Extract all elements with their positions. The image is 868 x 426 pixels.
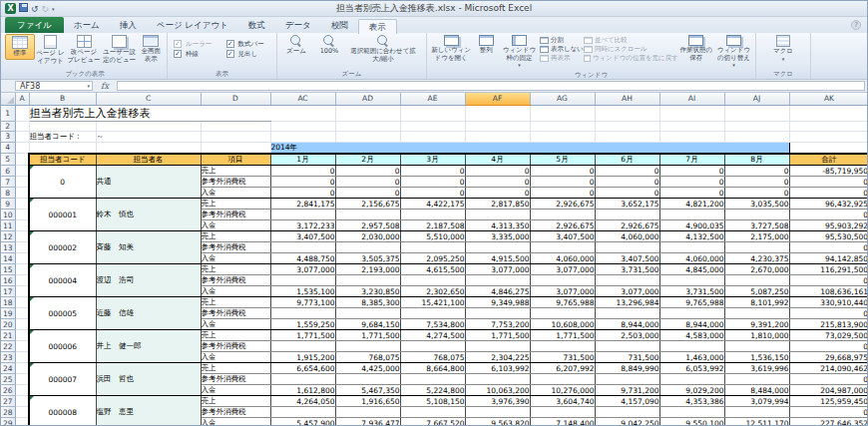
item-label[interactable]: 入金 — [201, 253, 270, 264]
item-label[interactable]: 参考外消費税 — [201, 210, 270, 220]
month-value[interactable]: 0 — [530, 188, 595, 199]
month-value[interactable] — [270, 407, 335, 418]
formula-bar-checkbox[interactable]: ✓ 数式バー — [226, 40, 270, 48]
total-value[interactable]: 0 — [789, 242, 868, 253]
row-header-13[interactable]: 13 — [1, 242, 15, 253]
gridlines-checkbox[interactable]: ✓ 枠線 — [174, 50, 218, 58]
cell[interactable] — [465, 131, 530, 142]
month-value[interactable]: 3,731,500 — [659, 286, 724, 297]
total-value[interactable]: 29,668,975 — [789, 352, 868, 363]
month-value[interactable] — [595, 341, 659, 352]
cell[interactable] — [15, 374, 29, 385]
cell[interactable] — [15, 131, 29, 142]
header-month-5[interactable]: 5月 — [530, 154, 595, 166]
month-value[interactable]: 2,095,250 — [400, 253, 465, 264]
month-value[interactable]: 9,684,150 — [335, 319, 400, 330]
month-value[interactable]: 1,771,500 — [335, 330, 400, 341]
month-value[interactable] — [595, 308, 659, 319]
cell[interactable] — [96, 121, 201, 131]
synchronous-scrolling-button[interactable]: 同時にスクロール — [584, 45, 678, 53]
month-value[interactable] — [400, 275, 465, 286]
month-value[interactable] — [270, 275, 335, 286]
column-header-AJ[interactable]: AJ — [724, 93, 789, 105]
month-value[interactable] — [724, 407, 789, 418]
month-value[interactable]: 2,302,650 — [400, 286, 465, 297]
month-value[interactable]: 3,230,850 — [335, 286, 400, 297]
month-value[interactable] — [400, 242, 465, 253]
redo-icon[interactable]: ↻ — [42, 4, 50, 14]
month-value[interactable] — [724, 374, 789, 385]
month-value[interactable]: 8,849,990 — [595, 363, 659, 374]
cell[interactable] — [15, 319, 29, 330]
month-value[interactable]: 8,484,000 — [724, 385, 789, 396]
month-value[interactable]: 0 — [659, 188, 724, 199]
month-value[interactable]: 2,304,225 — [465, 352, 530, 363]
total-value[interactable]: 0 — [789, 275, 868, 286]
month-value[interactable]: 15,421,100 — [400, 297, 465, 308]
month-value[interactable]: 4,060,000 — [530, 253, 595, 264]
month-value[interactable]: 731,500 — [595, 352, 659, 363]
row-header-23[interactable]: 23 — [1, 352, 15, 363]
staff-code[interactable]: 000007 — [29, 363, 96, 396]
zoom-100-button[interactable]: 100% — [313, 34, 345, 57]
tab-file[interactable]: ファイル — [5, 17, 64, 33]
row-header-12[interactable]: 12 — [1, 231, 15, 242]
header-month-8[interactable]: 8月 — [724, 154, 789, 166]
month-value[interactable]: 8,664,800 — [400, 363, 465, 374]
month-value[interactable] — [465, 210, 530, 220]
month-value[interactable]: 2,156,675 — [335, 199, 400, 210]
month-value[interactable]: 0 — [530, 166, 595, 177]
row-header-15[interactable]: 15 — [1, 264, 15, 275]
month-value[interactable]: 2,957,508 — [335, 220, 400, 231]
month-value[interactable] — [465, 374, 530, 385]
sheet-title[interactable]: 担当者別売上入金推移表 — [29, 105, 270, 121]
month-value[interactable] — [400, 308, 465, 319]
column-header-AC[interactable]: AC — [270, 93, 335, 105]
cell[interactable] — [659, 131, 724, 142]
column-header-AE[interactable]: AE — [400, 93, 465, 105]
month-value[interactable]: 3,079,994 — [724, 396, 789, 407]
staff-code[interactable]: 000008 — [29, 396, 96, 426]
cell[interactable] — [270, 131, 335, 142]
cell[interactable] — [595, 121, 659, 131]
month-value[interactable]: 3,731,500 — [595, 264, 659, 275]
month-value[interactable]: 9,765,988 — [659, 297, 724, 308]
month-value[interactable]: 4,845,000 — [659, 264, 724, 275]
staff-name[interactable]: 斉藤 知美 — [96, 231, 201, 264]
cell[interactable] — [15, 352, 29, 363]
cell[interactable] — [789, 121, 868, 131]
month-value[interactable]: 4,230,375 — [724, 253, 789, 264]
month-value[interactable]: 6,654,600 — [270, 363, 335, 374]
cell[interactable] — [15, 396, 29, 407]
column-header-AD[interactable]: AD — [335, 93, 400, 105]
item-label[interactable]: 入金 — [201, 188, 270, 199]
row-header-27[interactable]: 27 — [1, 396, 15, 407]
month-value[interactable]: 4,900,035 — [659, 220, 724, 231]
cell[interactable] — [15, 210, 29, 220]
staff-name[interactable]: 近藤 信雄 — [96, 297, 201, 330]
tab-review[interactable]: 校閲 — [321, 18, 358, 33]
freeze-panes-button[interactable]: ウィンドウ枠の固定 ▾ — [499, 34, 540, 71]
total-value[interactable]: 214,090,462 — [789, 363, 868, 374]
month-value[interactable]: 7,753,200 — [465, 319, 530, 330]
full-screen-button[interactable]: 全画面表示 — [137, 34, 165, 64]
month-value[interactable]: 3,335,000 — [465, 231, 530, 242]
staff-name[interactable]: 井上 健一郎 — [96, 330, 201, 363]
arrange-all-button[interactable]: 整列 — [473, 34, 499, 56]
header-month-2[interactable]: 2月 — [335, 154, 400, 166]
page-break-preview-button[interactable]: 改ページ プレビュー — [66, 34, 102, 65]
month-value[interactable]: 9,765,988 — [530, 297, 595, 308]
cell[interactable] — [15, 407, 29, 418]
month-value[interactable]: 12,511,170 — [724, 418, 789, 426]
row-header-29[interactable]: 29 — [1, 418, 15, 426]
month-value[interactable]: 2,817,850 — [465, 199, 530, 210]
month-value[interactable]: 9,029,200 — [659, 385, 724, 396]
month-value[interactable]: 3,652,175 — [595, 199, 659, 210]
item-label[interactable]: 入金 — [201, 220, 270, 231]
month-value[interactable] — [465, 275, 530, 286]
month-value[interactable]: 0 — [595, 166, 659, 177]
month-value[interactable]: 2,175,000 — [724, 231, 789, 242]
item-label[interactable]: 入金 — [201, 352, 270, 363]
month-value[interactable]: 0 — [659, 177, 724, 188]
staff-code[interactable]: 0 — [29, 166, 96, 199]
